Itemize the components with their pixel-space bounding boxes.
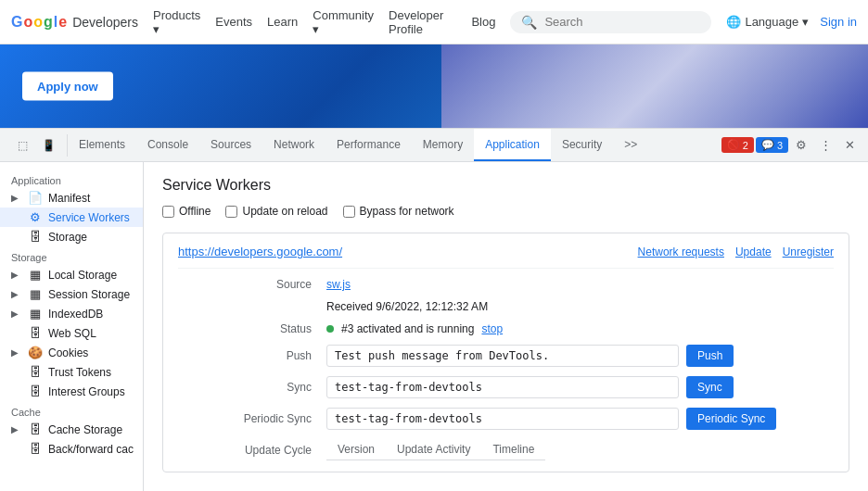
sidebar-item-label: Trust Tokens [48,366,135,379]
sidebar-item-interest-groups[interactable]: 🗄 Interest Groups [0,382,143,401]
nav-community[interactable]: Community ▾ [313,8,374,36]
uc-tab-version[interactable]: Version [326,439,386,460]
bypass-network-label: Bypass for network [360,205,454,218]
periodic-sync-input-row: Periodic Sync [326,408,776,430]
warning-icon: 💬 [761,139,774,151]
periodic-sync-row: Periodic Sync [326,408,834,430]
sync-input[interactable] [326,376,679,398]
devtools-tab-bar: ⬚ 📱 Elements Console Sources Network Per… [0,129,868,162]
trust-tokens-icon: 🗄 [28,365,43,379]
sidebar-item-storage-top[interactable]: 🗄 Storage [0,227,143,246]
tab-sources[interactable]: Sources [199,129,262,161]
language-selector[interactable]: 🌐 Language ▾ [726,15,809,29]
periodic-sync-button[interactable]: Periodic Sync [686,408,776,430]
sync-input-row: Sync [326,376,734,398]
top-nav: Google Developers Products ▾ Events Lear… [0,0,868,44]
devtools-actions: 🚫 2 💬 3 ⚙ ⋮ ✕ [718,134,864,157]
sidebar-item-label: Manifest [48,192,135,205]
tab-more[interactable]: >> [613,129,648,161]
sw-js-link[interactable]: sw.js [326,278,351,291]
cache-storage-icon: 🗄 [28,422,43,436]
warning-count: 3 [777,140,783,151]
status-dot [326,325,334,333]
sidebar-item-label: IndexedDB [48,308,135,321]
inspect-icon[interactable]: ⬚ [11,134,33,157]
sw-url[interactable]: https://developers.google.com/ [178,245,342,258]
close-icon[interactable]: ✕ [838,134,861,157]
update-link[interactable]: Update [735,246,772,258]
sync-button[interactable]: Sync [686,376,734,398]
sidebar-item-session-storage[interactable]: ▶ ▦ Session Storage [0,284,143,304]
hero-banner: Apply now [0,44,868,128]
unregister-link[interactable]: Unregister [783,246,834,258]
stop-link[interactable]: stop [481,322,503,335]
nav-devprofile[interactable]: Developer Profile [389,8,456,36]
update-on-reload-label: Update on reload [242,205,327,218]
source-value: sw.js [326,278,834,291]
push-input-row: Push [326,345,734,367]
search-input[interactable] [544,15,700,29]
sidebar-item-service-workers[interactable]: ⚙ Service Workers [0,208,143,227]
cookies-icon: 🍪 [28,346,43,359]
sidebar-item-label: Storage [48,231,135,244]
search-icon: 🔍 [521,15,537,30]
offline-label: Offline [179,205,211,218]
bypass-network-checkbox-label[interactable]: Bypass for network [343,205,454,218]
tab-security[interactable]: Security [551,129,613,161]
sidebar-item-manifest[interactable]: ▶ 📄 Manifest [0,188,143,208]
sidebar-item-back-forward-cache[interactable]: 🗄 Back/forward cac [0,439,143,459]
sidebar-item-cookies[interactable]: ▶ 🍪 Cookies [0,343,143,362]
apply-now-button[interactable]: Apply now [22,72,113,101]
nav-blog[interactable]: Blog [471,15,495,29]
devtools-content: Application ▶ 📄 Manifest ⚙ Service Worke… [0,162,868,491]
sidebar: Application ▶ 📄 Manifest ⚙ Service Worke… [0,162,144,491]
nav-products[interactable]: Products ▾ [153,8,200,36]
sidebar-item-label: Back/forward cac [48,443,135,456]
storage-icon: 🗄 [28,230,43,244]
tab-application[interactable]: Application [474,129,551,161]
tab-console[interactable]: Console [136,129,199,161]
sw-icon: ⚙ [28,210,43,224]
devtools-icon-group: ⬚ 📱 [4,134,68,157]
sidebar-item-web-sql[interactable]: 🗄 Web SQL [0,323,143,343]
sidebar-item-indexeddb[interactable]: ▶ ▦ IndexedDB [0,304,143,323]
network-requests-link[interactable]: Network requests [638,246,724,258]
local-storage-icon: ▦ [28,268,43,282]
back-forward-icon: 🗄 [28,442,43,456]
sidebar-item-local-storage[interactable]: ▶ ▦ Local Storage [0,265,143,284]
warning-badge[interactable]: 💬 3 [756,137,788,153]
offline-checkbox-label[interactable]: Offline [162,205,211,218]
status-value: #3 activated and is running stop [326,322,834,335]
push-button[interactable]: Push [686,345,734,367]
expand-icon: ▶ [11,347,22,358]
offline-checkbox[interactable] [162,206,174,218]
tab-memory[interactable]: Memory [412,129,474,161]
sidebar-item-label: Service Workers [48,211,135,224]
app-section-title: Application [0,170,143,188]
nav-events[interactable]: Events [215,15,252,29]
sidebar-item-cache-storage[interactable]: ▶ 🗄 Cache Storage [0,420,143,439]
nav-learn[interactable]: Learn [267,15,298,29]
update-cycle-row: Version Update Activity Timeline [326,439,834,460]
update-cycle-label: Update Cycle [178,444,326,457]
push-input[interactable] [326,345,679,367]
bypass-network-checkbox[interactable] [343,206,355,218]
sidebar-item-trust-tokens[interactable]: 🗄 Trust Tokens [0,362,143,382]
sign-in-link[interactable]: Sign in [820,15,857,29]
push-row: Push [326,345,834,367]
sync-row: Sync [326,376,834,398]
device-icon[interactable]: 📱 [37,134,59,157]
error-badge[interactable]: 🚫 2 [721,137,754,153]
uc-tab-timeline[interactable]: Timeline [481,439,545,460]
uc-tab-update-activity[interactable]: Update Activity [386,439,481,460]
update-on-reload-checkbox-label[interactable]: Update on reload [225,205,327,218]
update-on-reload-checkbox[interactable] [225,206,237,218]
tab-network[interactable]: Network [262,129,326,161]
periodic-sync-input[interactable] [326,408,679,430]
tab-performance[interactable]: Performance [326,129,412,161]
expand-icon: ▶ [11,308,22,319]
more-icon[interactable]: ⋮ [814,134,836,157]
expand-icon: ▶ [11,289,22,299]
settings-icon[interactable]: ⚙ [790,134,812,157]
tab-elements[interactable]: Elements [68,129,136,161]
